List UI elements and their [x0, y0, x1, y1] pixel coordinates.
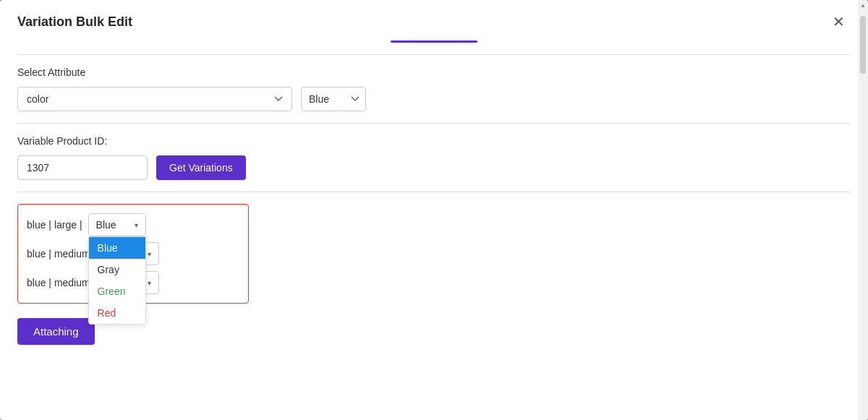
- variable-product-section: Variable Product ID: Get Variations: [17, 135, 851, 180]
- stepper-progress-line: [391, 40, 477, 43]
- variation-label-3: blue | medium |: [27, 277, 95, 288]
- dropdown-menu-1: Blue Gray Green Red: [88, 236, 146, 325]
- scroll-up-arrow[interactable]: ▲: [858, 0, 868, 10]
- divider-1: [17, 54, 851, 55]
- select-attribute-row: color size material Blue Gray Green Red: [17, 87, 851, 111]
- attribute-select[interactable]: color size material: [17, 87, 292, 111]
- stepper-area: [17, 32, 851, 43]
- modal-container: Variation Bulk Edit ✕ ▲ Select Attribute…: [0, 0, 868, 420]
- chevron-down-icon-2: ▾: [148, 250, 151, 258]
- variations-container: blue | large | Blue ▾ Blue Gray Green Re…: [17, 204, 249, 304]
- divider-2: [17, 123, 851, 124]
- dropdown-wrapper-1: Blue ▾ Blue Gray Green Red: [88, 213, 146, 236]
- variable-id-row: Get Variations: [17, 155, 851, 180]
- dropdown-item-blue-1[interactable]: Blue: [89, 237, 145, 259]
- modal-title: Variation Bulk Edit: [17, 14, 132, 30]
- chevron-down-icon-1: ▾: [135, 221, 138, 229]
- close-button[interactable]: ✕: [827, 12, 851, 32]
- attaching-button[interactable]: Attaching: [17, 318, 95, 345]
- variation-row-1: blue | large | Blue ▾ Blue Gray Green Re…: [27, 213, 239, 236]
- get-variations-button[interactable]: Get Variations: [156, 155, 246, 180]
- modal-scrollbar: ▲: [858, 0, 868, 420]
- dropdown-selected-value-1: Blue: [96, 219, 116, 231]
- product-id-input[interactable]: [17, 155, 148, 180]
- modal-overlay: Variation Bulk Edit ✕ ▲ Select Attribute…: [0, 0, 868, 420]
- variable-product-label: Variable Product ID:: [17, 135, 851, 147]
- variation-label-1: blue | large |: [27, 219, 82, 231]
- modal-body: Select Attribute color size material Blu…: [0, 32, 868, 420]
- dropdown-item-gray-1[interactable]: Gray: [89, 259, 145, 280]
- dropdown-item-red-1[interactable]: Red: [89, 302, 145, 324]
- modal-header: Variation Bulk Edit ✕: [0, 0, 868, 32]
- attribute-value-select[interactable]: Blue Gray Green Red: [301, 87, 366, 111]
- divider-3: [17, 192, 851, 192]
- scrollbar-thumb[interactable]: [860, 16, 866, 74]
- select-attribute-label: Select Attribute: [17, 67, 851, 78]
- dropdown-trigger-1[interactable]: Blue ▾: [88, 213, 146, 236]
- variation-label-2: blue | medium |: [27, 248, 95, 260]
- dropdown-item-green-1[interactable]: Green: [89, 280, 145, 302]
- chevron-down-icon-3: ▾: [148, 279, 151, 287]
